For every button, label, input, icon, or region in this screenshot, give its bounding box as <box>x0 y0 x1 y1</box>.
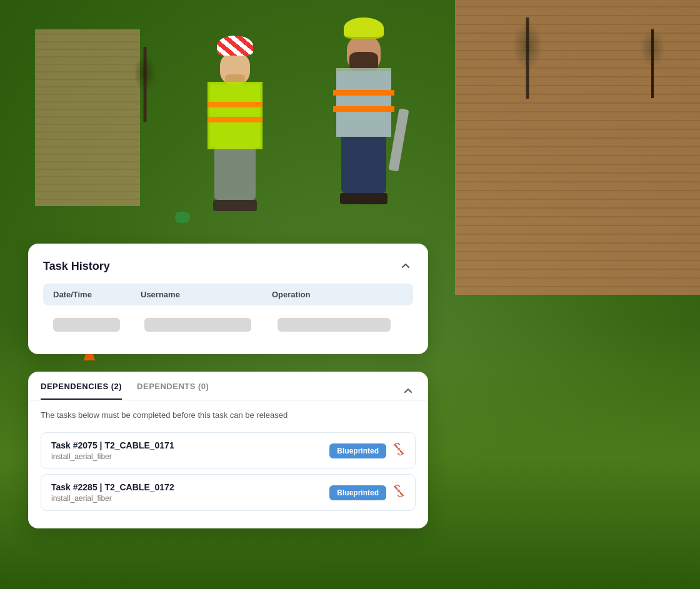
tabs-divider <box>28 400 428 400</box>
dep-1-info: Task #2075 | T2_CABLE_0171 install_aeria… <box>51 440 174 461</box>
dep-1-unlink-button[interactable] <box>392 443 405 458</box>
task-history-header: Task History <box>43 259 413 274</box>
col-datetime: Date/Time <box>53 290 141 299</box>
dep-2-title: Task #2285 | T2_CABLE_0172 <box>51 482 174 492</box>
glove-left <box>175 212 190 223</box>
table-row <box>43 313 413 337</box>
dependencies-description: The tasks below must be completed before… <box>28 403 428 427</box>
tab-dependents[interactable]: DEPENDENTS (0) <box>137 382 209 400</box>
dep-2-status-badge: Blueprinted <box>329 485 386 500</box>
col-operation: Operation <box>272 290 403 299</box>
tree-far-right <box>640 29 665 98</box>
col-username: Username <box>141 290 272 299</box>
tree-left <box>126 47 164 122</box>
skeleton-username <box>144 318 251 332</box>
dep-2-info: Task #2285 | T2_CABLE_0172 install_aeria… <box>51 482 174 503</box>
dependency-item-1: Task #2075 | T2_CABLE_0171 install_aeria… <box>41 432 416 469</box>
tree-right <box>509 17 546 99</box>
dep-1-subtitle: install_aerial_fiber <box>51 452 174 461</box>
dep-2-subtitle: install_aerial_fiber <box>51 494 174 503</box>
dependencies-collapse-button[interactable] <box>401 384 416 398</box>
dep-1-actions: Blueprinted <box>329 443 405 458</box>
task-history-card: Task History Date/Time Username Operatio… <box>28 244 428 354</box>
worker-2 <box>336 17 391 204</box>
dependencies-card: DEPENDENCIES (2) DEPENDENTS (0) The task… <box>28 372 428 528</box>
table-header: Date/Time Username Operation <box>43 284 413 305</box>
building-left <box>35 29 140 206</box>
skeleton-datetime <box>53 318 120 332</box>
dependency-item-2: Task #2285 | T2_CABLE_0172 install_aeria… <box>41 474 416 511</box>
worker-1 <box>210 36 260 211</box>
dep-2-actions: Blueprinted <box>329 485 405 500</box>
task-history-title: Task History <box>43 260 110 273</box>
dependencies-tabs: DEPENDENCIES (2) DEPENDENTS (0) <box>41 382 209 400</box>
task-history-collapse-button[interactable] <box>398 259 413 274</box>
dep-1-title: Task #2075 | T2_CABLE_0171 <box>51 440 174 450</box>
dependencies-header: DEPENDENCIES (2) DEPENDENTS (0) <box>28 372 428 400</box>
dep-1-status-badge: Blueprinted <box>329 443 386 458</box>
skeleton-operation <box>278 318 391 332</box>
svg-line-1 <box>394 487 404 496</box>
dep-2-unlink-button[interactable] <box>392 485 405 500</box>
svg-line-0 <box>394 445 404 454</box>
tab-dependencies[interactable]: DEPENDENCIES (2) <box>41 382 122 400</box>
